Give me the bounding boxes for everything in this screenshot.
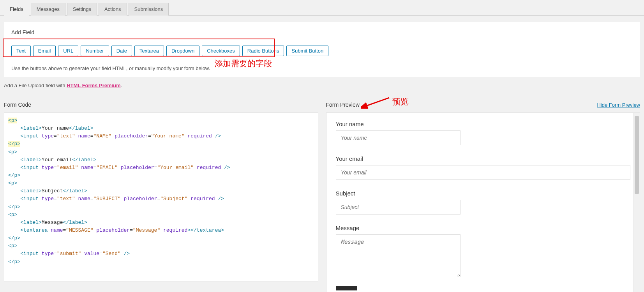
field-btn-dropdown[interactable]: Dropdown [166,46,199,56]
preview-label-message: Message [336,225,631,231]
tab-fields[interactable]: Fields [4,3,29,16]
add-field-hint: Use the buttons above to generate your f… [11,65,633,71]
field-btn-date[interactable]: Date [111,46,132,56]
field-btn-checkboxes[interactable]: Checkboxes [202,46,240,56]
tab-settings[interactable]: Settings [67,3,97,16]
scrollbar-thumb[interactable] [635,116,639,194]
field-btn-submit[interactable]: Submit Button [286,46,328,56]
field-btn-radio[interactable]: Radio Buttons [242,46,284,56]
tab-messages[interactable]: Messages [31,3,65,16]
columns: Form Code <p> <label>Your name</label> <… [4,102,640,292]
upload-note-link[interactable]: HTML Forms Premium [67,83,120,88]
tab-bar: Fields Messages Settings Actions Submiss… [0,0,644,16]
scrollbar[interactable] [633,113,640,292]
preview-label-name: Your name [336,121,631,127]
upload-note-suffix: . [121,83,122,88]
form-preview-section: Form Preview Hide Form Preview 预览 Your n… [326,102,640,292]
field-type-buttons: Text Email URL Number Date Textarea Drop… [11,41,633,60]
form-preview-title: Form Preview [326,102,360,108]
preview-input-subject[interactable] [336,200,461,215]
tab-submissions[interactable]: Submissions [129,3,169,16]
preview-input-name[interactable] [336,130,461,145]
field-btn-number[interactable]: Number [81,46,109,56]
preview-input-message[interactable] [336,234,461,277]
field-btn-url[interactable]: URL [58,46,78,56]
hide-preview-link[interactable]: Hide Form Preview [597,102,640,108]
add-field-panel: Add Field Text Email URL Number Date Tex… [4,21,640,77]
upload-note: Add a File Upload field with HTML Forms … [4,83,640,88]
preview-label-subject: Subject [336,190,631,197]
preview-submit-button[interactable] [336,286,357,290]
field-btn-email[interactable]: Email [33,46,56,56]
code-editor[interactable]: <p> <label>Your name</label> <input type… [4,113,318,282]
preview-label-email: Your email [336,155,631,162]
form-code-title: Form Code [4,102,31,108]
field-btn-text[interactable]: Text [11,46,31,56]
tab-actions[interactable]: Actions [99,3,127,16]
field-btn-textarea[interactable]: Textarea [134,46,164,56]
preview-input-email[interactable] [336,165,631,180]
upload-note-prefix: Add a File Upload field with [4,83,67,88]
preview-form: Your name Your email Subject Message [326,113,640,292]
add-field-title: Add Field [11,29,633,35]
form-code-section: Form Code <p> <label>Your name</label> <… [4,102,318,282]
